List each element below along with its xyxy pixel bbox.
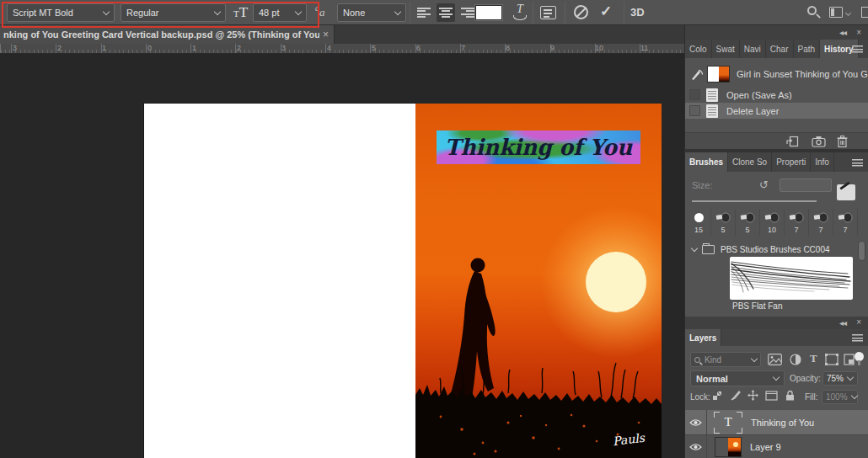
tab-swatches[interactable]: Swat (712, 40, 740, 58)
workspace-switcher-icon[interactable] (829, 7, 843, 18)
toggle-panels-button[interactable] (540, 6, 556, 19)
blend-mode-dropdown[interactable]: Normal (690, 370, 785, 386)
brush-preset[interactable]: 5 (736, 209, 760, 236)
filtering-toggle[interactable] (855, 352, 864, 361)
tab-paths[interactable]: Path (794, 40, 821, 58)
layer-filter-dropdown[interactable]: Kind (690, 352, 761, 367)
cancel-edits-button[interactable] (574, 5, 588, 19)
align-left-button[interactable] (415, 3, 433, 22)
reset-size-icon[interactable]: ↺ (759, 178, 769, 191)
fill-field[interactable]: 100% (822, 390, 858, 404)
font-style-dropdown[interactable]: Regular (121, 3, 226, 22)
canvas-area[interactable]: Pauls Thinking of You (0, 54, 684, 458)
3d-button[interactable]: 3D (630, 6, 645, 19)
document-tab[interactable]: nking of You Greeting Card Vertical back… (0, 25, 335, 44)
history-snapshot-row[interactable]: Girl in Sunset Thinking of You G... (685, 62, 868, 85)
history-tab-strip: Colo Swat Navi Char Path History (685, 40, 868, 58)
brush-preset[interactable]: 7 (785, 209, 809, 236)
tab-clone-source[interactable]: Clone So (728, 152, 772, 172)
blend-mode-value: Normal (696, 374, 728, 384)
chevron-down-icon (850, 392, 857, 399)
font-family-dropdown[interactable]: Script MT Bold (7, 3, 115, 22)
brush-size-input[interactable] (780, 178, 832, 192)
panel-menu-icon[interactable] (852, 45, 863, 53)
layer-row-thinking-of-you[interactable]: T Thinking of You (685, 410, 868, 435)
tab-navigator[interactable]: Navi (740, 40, 766, 58)
align-right-button[interactable] (458, 3, 477, 22)
search-icon[interactable] (807, 6, 817, 15)
lock-transparency-icon[interactable] (713, 391, 721, 400)
brush-preset[interactable]: 5 (711, 209, 736, 236)
opacity-value: 75% (827, 374, 844, 383)
font-size-value: 48 pt (259, 8, 279, 18)
opacity-field[interactable]: 75% (822, 371, 858, 386)
text-color-swatch[interactable] (475, 5, 502, 20)
filter-pixel-layers-icon[interactable] (768, 354, 782, 365)
panel-menu-icon[interactable] (852, 159, 863, 167)
thinking-of-you-banner[interactable]: Thinking of You (437, 130, 640, 164)
warp-text-button[interactable]: T (511, 3, 529, 22)
delete-trash-button[interactable] (837, 136, 848, 147)
close-panel-icon[interactable]: × (856, 29, 861, 37)
card-left-page[interactable] (144, 104, 415, 458)
image-layer-thumbnail[interactable] (715, 437, 742, 457)
tab-color[interactable]: Colo (685, 40, 712, 58)
close-tab-icon[interactable]: × (323, 29, 329, 40)
history-step-open[interactable]: Open (Save As) (685, 87, 868, 103)
filter-shape-layers-icon[interactable] (825, 354, 839, 365)
new-snapshot-camera-button[interactable] (812, 136, 826, 147)
brush-preset[interactable]: 7 (809, 209, 833, 236)
layer-row-layer-9[interactable]: Layer 9 (685, 435, 868, 458)
chevron-down-icon (691, 245, 698, 252)
brush-folder-name: PBS Studios Brushes CC004 (721, 245, 830, 254)
lock-all-padlock-icon[interactable] (785, 390, 795, 401)
opacity-label: Opacity: (790, 374, 821, 383)
visibility-toggle[interactable] (685, 410, 707, 434)
tab-character[interactable]: Char (766, 40, 794, 58)
chevron-down-icon (103, 8, 110, 14)
history-brush-well[interactable] (689, 105, 700, 116)
toolbar-divider (410, 2, 410, 24)
brush-preset-round[interactable]: 15 (687, 209, 711, 236)
anti-alias-icon: aa (315, 3, 325, 19)
anti-alias-dropdown[interactable]: None (337, 3, 406, 22)
brush-settings-button[interactable] (837, 184, 855, 200)
history-brush-well[interactable] (689, 89, 700, 100)
brush-preset[interactable]: 7 (833, 209, 858, 236)
chevron-down-icon (394, 8, 401, 14)
font-size-dropdown[interactable]: 48 pt (253, 3, 307, 22)
airbrush-icon (813, 212, 828, 223)
layers-panel-header: ◂◂ × (685, 317, 868, 329)
card-sunset-artwork[interactable]: Pauls Thinking of You (415, 104, 662, 458)
filter-adjustment-layers-icon[interactable] (790, 354, 801, 365)
brush-preset[interactable]: 10 (760, 209, 785, 236)
lock-artboard-icon[interactable] (765, 391, 778, 401)
brush-stroke-preview[interactable] (730, 257, 853, 300)
filter-type-layers-icon[interactable]: T (810, 352, 817, 365)
new-document-from-state-button[interactable] (786, 136, 800, 147)
tab-layers[interactable]: Layers (685, 329, 721, 346)
panel-menu-icon[interactable] (852, 334, 863, 342)
history-step-delete-layer[interactable]: Delete Layer (685, 103, 868, 119)
document-title: nking of You Greeting Card Vertical back… (3, 29, 319, 40)
tab-brushes[interactable]: Brushes (685, 152, 728, 172)
tab-properties[interactable]: Properti (772, 152, 811, 172)
collapse-panel-icon[interactable]: ◂◂ (839, 319, 846, 328)
brush-size-slider[interactable] (692, 200, 817, 202)
tab-info[interactable]: Info (811, 152, 834, 172)
toolbar-divider (624, 2, 624, 24)
commit-edits-button[interactable]: ✓ (600, 3, 612, 20)
lock-image-brush-icon[interactable] (731, 391, 741, 401)
type-options-bar: Script MT Bold Regular TT 48 pt aa None … (0, 0, 868, 25)
lock-position-move-icon[interactable] (747, 390, 758, 401)
close-panel-icon[interactable]: × (856, 318, 861, 327)
type-layer-thumbnail[interactable]: T (714, 412, 742, 434)
brushes-scrollbar-thumb[interactable] (858, 241, 865, 261)
brush-preset-strip: 15 5 5 10 7 (687, 209, 858, 236)
brush-folder-row[interactable]: PBS Studios Brushes CC004 (685, 242, 868, 256)
align-center-button[interactable] (437, 3, 455, 22)
filter-smart-objects-icon[interactable] (844, 354, 855, 365)
collapse-panel-icon[interactable]: ◂◂ (839, 29, 846, 37)
visibility-toggle[interactable] (685, 435, 707, 458)
chevron-down-icon (847, 374, 854, 381)
